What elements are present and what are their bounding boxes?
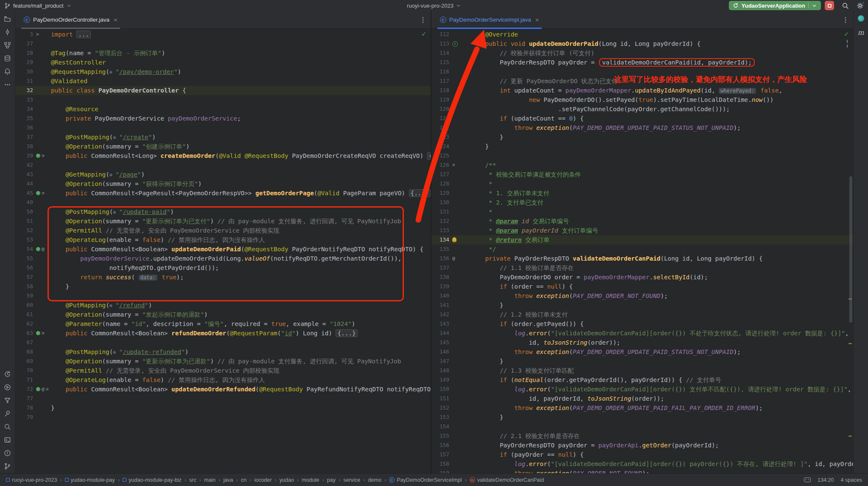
gutter[interactable]: 56 (15, 263, 51, 272)
code-line[interactable]: 117 // 更新 PayDemoOrderDO 状态为已支付 (431, 76, 853, 86)
line-number[interactable]: 50 (15, 207, 33, 216)
code-line[interactable]: 157 if (payOrder == null) { (431, 450, 853, 459)
code-text[interactable]: } (470, 142, 853, 151)
spring-bean-icon[interactable] (36, 191, 40, 195)
code-line[interactable]: 42 (15, 160, 431, 170)
breadcrumb-item[interactable]: mvalidateDemoOrderCanPaid (470, 477, 544, 483)
gutter[interactable]: 129 (431, 188, 470, 198)
code-line[interactable]: 27 (15, 39, 431, 48)
line-number[interactable]: 156 (431, 441, 449, 450)
code-line[interactable]: 118 int updateCount = payDemoOrderMapper… (431, 86, 853, 95)
line-number[interactable]: 69 (15, 357, 33, 366)
code-line[interactable]: 120 .setPayChannelCode(payOrder.getChann… (431, 104, 853, 114)
annotated-icon[interactable]: @ (452, 254, 455, 263)
spring-bean-icon[interactable] (36, 154, 40, 158)
code-text[interactable]: * @param payOrderId 支付订单编号 (470, 226, 853, 235)
code-line[interactable]: 124 } (431, 142, 853, 151)
annotated-icon[interactable]: @ (42, 385, 45, 394)
gutter[interactable]: 55 (15, 254, 51, 263)
line-number[interactable]: 121 (431, 114, 449, 123)
gutter[interactable]: 154 (431, 422, 470, 431)
gutter[interactable]: 141 (431, 301, 470, 310)
code-text[interactable]: // 校验并获得支付订单 (可支付) (470, 48, 853, 58)
code-text[interactable]: id, toJsonString(order)); (470, 338, 853, 347)
editor-content-right[interactable]: 112 @Override113↑ public void updateDemo… (431, 29, 853, 473)
code-line[interactable]: 145 id, toJsonString(order)); (431, 338, 853, 347)
code-text[interactable]: @Operation(summary = "创建示例订单") (51, 142, 431, 151)
code-line[interactable]: 119 new PayDemoOrderDO().setPayed(true).… (431, 95, 853, 104)
gutter[interactable]: 152 (431, 403, 470, 413)
code-line[interactable]: 39> public CommonResult<Long> createDemo… (15, 151, 431, 160)
gutter[interactable]: 78 (15, 403, 51, 413)
code-line[interactable]: 133 * @param payOrderId 支付订单编号 (431, 226, 853, 235)
code-line[interactable]: 125 (431, 151, 853, 160)
code-line[interactable]: 44 @Operation(summary = "获得示例订单分页") (15, 179, 431, 188)
line-number[interactable]: 124 (431, 142, 449, 151)
line-number[interactable]: 127 (431, 170, 449, 179)
code-line[interactable]: 63> public CommonResult<Boolean> refundD… (15, 329, 431, 338)
code-text[interactable]: @GetMapping(⊕ "/page") (51, 170, 431, 179)
code-text[interactable]: if (updateCount == 0) { (470, 114, 853, 123)
code-text[interactable]: @Operation(summary = "发起示例订单的退款") (51, 310, 431, 319)
code-text[interactable]: @PutMapping(⊕ "/refund") (51, 301, 431, 310)
code-line[interactable]: 139 if (order == null) { (431, 282, 853, 291)
gutter[interactable]: 60 (15, 301, 51, 310)
git-branch-icon[interactable] (3, 461, 12, 471)
line-number[interactable]: 63 (15, 329, 33, 338)
gutter[interactable]: 150 (431, 385, 470, 394)
line-number[interactable]: 138 (431, 272, 449, 282)
code-line[interactable]: 37 @PostMapping(⊕ "/create") (15, 132, 431, 142)
code-line[interactable]: 51 @Operation(summary = "更新示例订单为已支付") //… (15, 216, 431, 226)
gutter[interactable]: 72@> (15, 385, 51, 394)
breadcrumb-item[interactable]: yudao-module-pay (65, 477, 115, 483)
line-number[interactable]: 130 (431, 198, 449, 207)
code-line[interactable]: 132 * @param id 交易订单编号 (431, 216, 853, 226)
gutter[interactable]: 68 (15, 347, 51, 357)
gutter[interactable]: 69 (15, 357, 51, 366)
fold-arrow-icon[interactable]: > (36, 30, 39, 39)
code-line[interactable]: 115 PayOrderRespDTO payOrder = validateD… (431, 58, 853, 67)
code-text[interactable] (51, 39, 431, 48)
gutter[interactable]: 38 (15, 142, 51, 151)
gutter[interactable]: 127 (431, 170, 470, 179)
project-widget[interactable]: ruoyi-vue-pro-2023 (407, 3, 461, 9)
line-number[interactable]: 149 (431, 375, 449, 385)
structure-icon[interactable] (3, 40, 12, 50)
gutter[interactable]: 130 (431, 198, 470, 207)
code-text[interactable]: @Tag(name = "管理后台 - 示例订单") (51, 48, 431, 58)
gutter[interactable]: 146 (431, 347, 470, 357)
code-text[interactable]: * 校验交易订单满足被支付的条件 (470, 170, 853, 179)
gutter[interactable]: 143 (431, 319, 470, 329)
gutter[interactable]: 27 (15, 39, 51, 48)
breadcrumb-item[interactable]: service (343, 477, 360, 483)
gutter[interactable]: 120 (431, 104, 470, 114)
line-number[interactable]: 78 (15, 403, 33, 413)
line-number[interactable]: 150 (431, 385, 449, 394)
gutter[interactable]: 61 (15, 310, 51, 319)
gutter[interactable]: 136@ (431, 254, 470, 263)
annotated-icon[interactable]: @ (42, 244, 45, 254)
line-number[interactable]: 123 (431, 132, 449, 142)
line-number[interactable]: 153 (431, 413, 449, 422)
tab-paydemoorderserviceimpl[interactable]: C PayDemoOrderServiceImpl.java × (436, 11, 543, 28)
line-number[interactable]: 118 (431, 86, 449, 95)
code-text[interactable]: // 1.2 校验订单未支付 (470, 310, 853, 319)
code-line[interactable]: 136@ private PayOrderRespDTO validateDem… (431, 254, 853, 263)
code-text[interactable]: payDemoOrderService.updateDemoOrderPaid(… (51, 254, 431, 263)
code-text[interactable]: // 1.3 校验支付订单匹配 (470, 366, 853, 375)
gutter[interactable]: 139 (431, 282, 470, 291)
gutter[interactable]: 67 (15, 338, 51, 347)
gutter[interactable]: 51 (15, 216, 51, 226)
code-line[interactable]: 112 @Override (431, 30, 853, 39)
line-number[interactable]: 34 (15, 104, 33, 114)
code-line[interactable]: 70 @PermitAll // 无需登录, 安全由 PayDemoOrderS… (15, 366, 431, 375)
line-number[interactable]: 59 (15, 291, 33, 301)
code-line[interactable]: 3>import ... (15, 30, 431, 39)
code-line[interactable]: 33 (15, 95, 431, 104)
code-line[interactable]: 55 payDemoOrderService.updateDemoOrderPa… (15, 254, 431, 263)
line-number[interactable]: 32 (15, 86, 33, 95)
close-icon[interactable]: × (535, 16, 539, 23)
line-number[interactable]: 52 (15, 226, 33, 235)
spring-bean-icon[interactable] (36, 331, 40, 335)
more-options-icon[interactable]: ⋮ (842, 16, 849, 24)
